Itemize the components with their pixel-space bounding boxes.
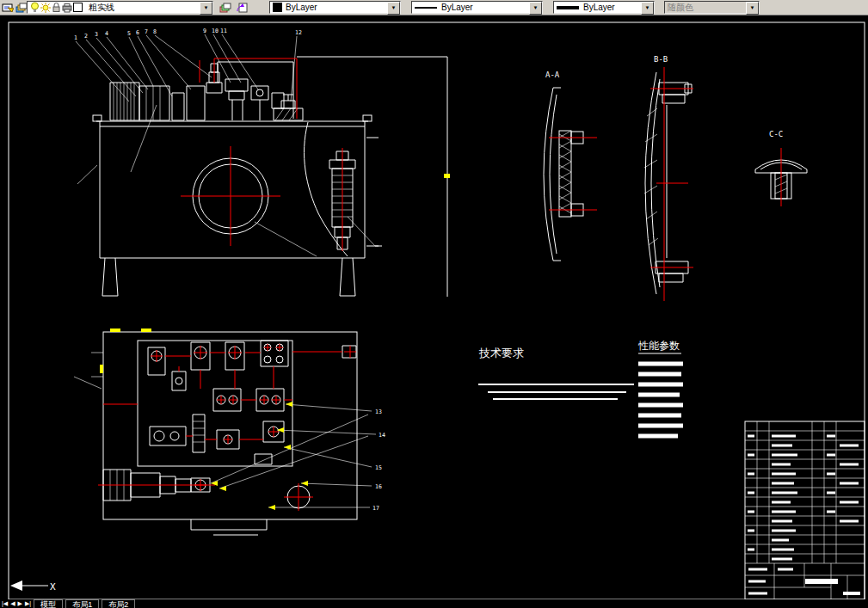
- tab-layout2[interactable]: 布局2: [102, 599, 135, 608]
- section-view-bb[interactable]: B-B: [644, 55, 693, 301]
- section-label-bb[interactable]: B-B: [654, 55, 668, 64]
- tab-layout1[interactable]: 布局1: [65, 599, 99, 608]
- callout-number: 11: [220, 28, 227, 34]
- plot-style-dropdown-arrow: ▼: [746, 2, 759, 15]
- color-control-dropdown-arrow[interactable]: ▼: [387, 2, 400, 15]
- color-swatch-black: [273, 3, 282, 12]
- lineweight-control-value: ByLayer: [583, 3, 615, 12]
- callout-number: 7: [145, 28, 148, 35]
- callout-number: 17: [372, 505, 379, 512]
- layer-on-bulb-icon[interactable]: [30, 2, 40, 13]
- technical-requirements[interactable]: 技术要求: [478, 347, 634, 399]
- section-view-aa[interactable]: A-A: [544, 71, 597, 261]
- plot-style-control-value: 随颜色: [668, 2, 693, 14]
- callout-number: 2: [84, 33, 88, 40]
- section-view-cc[interactable]: C-C: [755, 130, 807, 206]
- title-block-cell-text: [748, 436, 859, 593]
- layer-states-icon: [219, 2, 231, 14]
- lineweight-control[interactable]: ByLayer ▼: [553, 1, 655, 14]
- performance-params-rows: [638, 364, 683, 436]
- performance-parameters[interactable]: 性能参数: [637, 340, 683, 436]
- layer-states-button[interactable]: [219, 1, 232, 14]
- linetype-control-value: ByLayer: [441, 3, 473, 12]
- callout-number: 14: [379, 432, 385, 439]
- title-block-grid: [745, 421, 865, 599]
- tab-model[interactable]: 模型: [34, 599, 63, 608]
- plot-style-control: 随颜色 ▼: [664, 1, 760, 14]
- grip-point[interactable]: [444, 174, 450, 178]
- pipe-run[interactable]: [218, 62, 293, 119]
- tab-nav-last-icon[interactable]: ▶|: [25, 599, 31, 608]
- layer-control-dropdown-arrow[interactable]: ▼: [200, 2, 212, 15]
- callout-number: 15: [375, 464, 382, 471]
- lineweight-sample-icon: [557, 6, 579, 9]
- layer-properties-toolbar: 粗实线 ▼ ByLayer ▼ ByLayer ▼ ByLayer ▼ 随颜色 …: [0, 0, 868, 15]
- callout-number: 5: [127, 30, 131, 37]
- tech-requirements-text-lines: [478, 384, 634, 399]
- front-view[interactable]: 1 2 3 4 5 6 7 8 9 10 11 12: [74, 28, 450, 297]
- view-boundary-line[interactable]: [297, 57, 447, 297]
- tab-nav-next-icon[interactable]: ▶: [18, 599, 22, 608]
- layer-control[interactable]: 粗实线 ▼: [27, 1, 213, 14]
- grip-point[interactable]: [100, 365, 103, 373]
- section-label-aa[interactable]: A-A: [545, 71, 560, 79]
- drawing-border-frame[interactable]: [9, 22, 865, 599]
- callout-number: 13: [375, 408, 382, 415]
- ucs-icon: X: [10, 580, 56, 593]
- tech-requirements-title[interactable]: 技术要求: [478, 347, 524, 359]
- callout-number: 6: [136, 29, 139, 36]
- top-view[interactable]: 13 14 15 16 17: [74, 329, 385, 535]
- lineweight-control-dropdown-arrow[interactable]: ▼: [641, 2, 654, 15]
- callout-number: 8: [153, 28, 157, 35]
- section-label-cc[interactable]: C-C: [769, 130, 783, 138]
- layer-status-icons: [30, 2, 86, 13]
- callout-number: 4: [105, 30, 108, 37]
- ucs-x-arrow: [10, 580, 22, 591]
- make-object-layer-current-button[interactable]: [1, 1, 15, 14]
- callout-number: 10: [212, 28, 219, 34]
- layer-control-value: 粗实线: [89, 2, 114, 14]
- valve-blocks[interactable]: [148, 341, 356, 464]
- tank-top-outline[interactable]: [103, 332, 357, 519]
- callout-number: 16: [375, 483, 382, 490]
- color-control-value: ByLayer: [286, 3, 317, 12]
- grip-point[interactable]: [110, 329, 120, 332]
- motor-pump-assembly[interactable]: [110, 64, 303, 120]
- layer-lock-icon[interactable]: [52, 2, 61, 13]
- callout-number: 1: [74, 34, 77, 41]
- callout-number: 12: [295, 29, 302, 36]
- layers-icon: [15, 2, 28, 14]
- model-space-canvas[interactable]: 1 2 3 4 5 6 7 8 9 10 11 12 A-A B-B C-C: [0, 0, 868, 608]
- layer-previous-icon: [236, 2, 248, 14]
- linetype-control[interactable]: ByLayer ▼: [411, 1, 543, 14]
- layer-previous-button[interactable]: [235, 1, 249, 14]
- layout-tab-bar: |◀ ◀ ▶ ▶| 模型 布局1 布局2: [0, 599, 868, 608]
- tab-nav-prev-icon[interactable]: ◀: [10, 599, 15, 608]
- title-block[interactable]: [745, 421, 865, 599]
- make-layer-current-icon: [2, 2, 14, 14]
- linetype-sample-icon: [415, 7, 437, 9]
- callout-number: 3: [95, 31, 98, 38]
- grip-point[interactable]: [141, 329, 151, 332]
- ucs-x-label: X: [50, 581, 56, 593]
- callout-number: 9: [203, 28, 206, 34]
- leader-lines: [76, 34, 375, 256]
- color-control[interactable]: ByLayer ▼: [269, 1, 401, 14]
- layer-color-swatch: [73, 3, 83, 12]
- tab-nav-first-icon[interactable]: |◀: [2, 599, 8, 608]
- layer-plot-printer-icon[interactable]: [62, 3, 72, 13]
- performance-params-title[interactable]: 性能参数: [637, 340, 680, 352]
- layer-freeze-sun-icon[interactable]: [40, 3, 51, 13]
- linetype-control-dropdown-arrow[interactable]: ▼: [529, 2, 542, 15]
